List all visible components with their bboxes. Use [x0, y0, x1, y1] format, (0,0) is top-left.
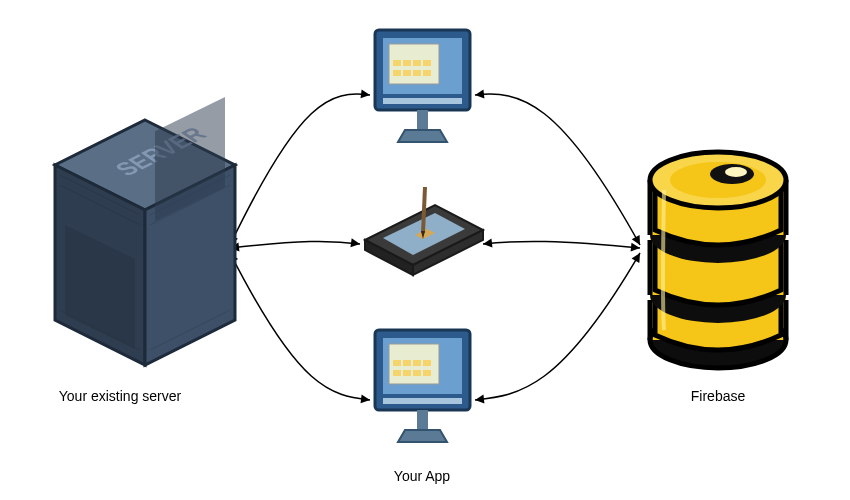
svg-point-48	[725, 167, 747, 177]
arrow-firebase-monitor-bottom	[475, 253, 640, 400]
svg-rect-19	[423, 70, 431, 76]
arrow-server-monitor-bottom	[230, 253, 370, 400]
arrow-firebase-monitor-top	[475, 94, 640, 245]
svg-rect-15	[423, 60, 431, 66]
svg-rect-20	[383, 98, 462, 104]
svg-rect-28	[413, 360, 421, 366]
tablet-icon	[365, 187, 483, 275]
svg-rect-12	[393, 60, 401, 66]
server-icon: SERVER	[55, 97, 235, 365]
svg-rect-18	[413, 70, 421, 76]
monitor-top-icon	[375, 30, 470, 142]
server-label: Your existing server	[40, 388, 200, 404]
svg-rect-30	[393, 370, 401, 376]
svg-rect-27	[403, 360, 411, 366]
monitor-bottom-icon	[375, 330, 470, 442]
svg-rect-31	[403, 370, 411, 376]
svg-rect-13	[403, 60, 411, 66]
firebase-icon	[650, 152, 786, 368]
svg-rect-33	[423, 370, 431, 376]
svg-rect-26	[393, 360, 401, 366]
svg-rect-29	[423, 360, 431, 366]
svg-rect-34	[383, 398, 462, 404]
firebase-label: Firebase	[688, 388, 748, 404]
svg-rect-14	[413, 60, 421, 66]
svg-rect-21	[417, 110, 428, 130]
svg-line-22	[423, 187, 425, 233]
arrow-firebase-tablet	[483, 241, 640, 248]
svg-rect-17	[403, 70, 411, 76]
svg-rect-32	[413, 370, 421, 376]
arrow-server-tablet	[230, 241, 360, 248]
app-label: Your App	[390, 468, 454, 484]
arrow-server-monitor-top	[230, 94, 370, 245]
svg-rect-16	[393, 70, 401, 76]
svg-rect-35	[417, 410, 428, 430]
